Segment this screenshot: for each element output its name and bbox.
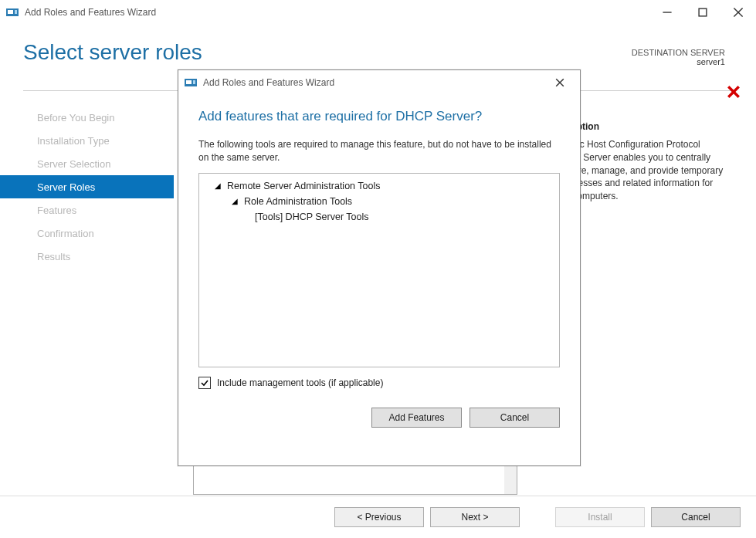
include-tools-checkbox[interactable] [198, 377, 211, 389]
nav-step-installation-type[interactable]: Installation Type [0, 129, 174, 152]
svg-rect-4 [699, 8, 707, 16]
page-title: Select server roles [23, 40, 202, 64]
destination-server-block: DESTINATION SERVER server1 [632, 48, 725, 66]
dialog-cancel-button[interactable]: Cancel [470, 408, 560, 428]
server-manager-icon [185, 76, 197, 89]
maximize-button[interactable] [685, 0, 720, 25]
include-tools-row[interactable]: Include management tools (if applicable) [198, 377, 560, 389]
expander-icon[interactable]: ◢ [215, 181, 222, 190]
dialog-title: Add Roles and Features Wizard [203, 77, 334, 88]
dialog-text: The following tools are required to mana… [198, 138, 560, 165]
features-tree[interactable]: ◢Remote Server Administration Tools ◢Rol… [198, 173, 560, 367]
nav-step-confirmation[interactable]: Confirmation [0, 222, 174, 245]
window-controls [649, 0, 756, 25]
cancel-button[interactable]: Cancel [651, 507, 741, 527]
nav-step-server-selection[interactable]: Server Selection [0, 152, 174, 175]
expander-icon[interactable]: ◢ [232, 197, 239, 205]
svg-rect-2 [15, 10, 17, 14]
tree-item[interactable]: ◢Role Administration Tools [207, 194, 551, 209]
tree-item[interactable]: [Tools] DHCP Server Tools [207, 209, 551, 225]
nav-step-features[interactable]: Features [0, 198, 174, 222]
server-manager-icon [6, 6, 19, 19]
nav-step-before-you-begin[interactable]: Before You Begin [0, 106, 174, 129]
dialog-close-button[interactable] [544, 72, 575, 93]
dialog-heading: Add features that are required for DHCP … [198, 109, 560, 124]
tree-item[interactable]: ◢Remote Server Administration Tools [207, 178, 551, 194]
close-button[interactable] [720, 0, 756, 25]
svg-rect-10 [186, 80, 192, 84]
dialog-buttons: Add Features Cancel [198, 408, 560, 428]
include-tools-label: Include management tools (if applicable) [217, 377, 383, 388]
dialog-titlebar: Add Roles and Features Wizard [178, 70, 580, 95]
svg-rect-1 [8, 10, 13, 14]
svg-rect-11 [193, 80, 195, 84]
required-features-dialog: Add Roles and Features Wizard Add featur… [178, 69, 581, 466]
previous-button[interactable]: < Previous [334, 507, 424, 527]
destination-server-label: DESTINATION SERVER [632, 48, 725, 57]
wizard-button-bar: < Previous Next > Install Cancel [0, 496, 756, 538]
destination-server-name: server1 [632, 57, 725, 66]
nav-step-server-roles[interactable]: Server Roles [0, 175, 174, 198]
add-features-button[interactable]: Add Features [371, 408, 462, 428]
next-button[interactable]: Next > [430, 507, 520, 527]
error-indicator-icon[interactable] [725, 83, 742, 100]
window-titlebar: Add Roles and Features Wizard [0, 0, 756, 25]
window-title: Add Roles and Features Wizard [25, 7, 156, 18]
dialog-body: Add features that are required for DHCP … [178, 95, 580, 438]
wizard-nav: Before You Begin Installation Type Serve… [0, 106, 174, 268]
nav-step-results[interactable]: Results [0, 245, 174, 268]
minimize-button[interactable] [649, 0, 685, 25]
install-button: Install [555, 507, 645, 527]
